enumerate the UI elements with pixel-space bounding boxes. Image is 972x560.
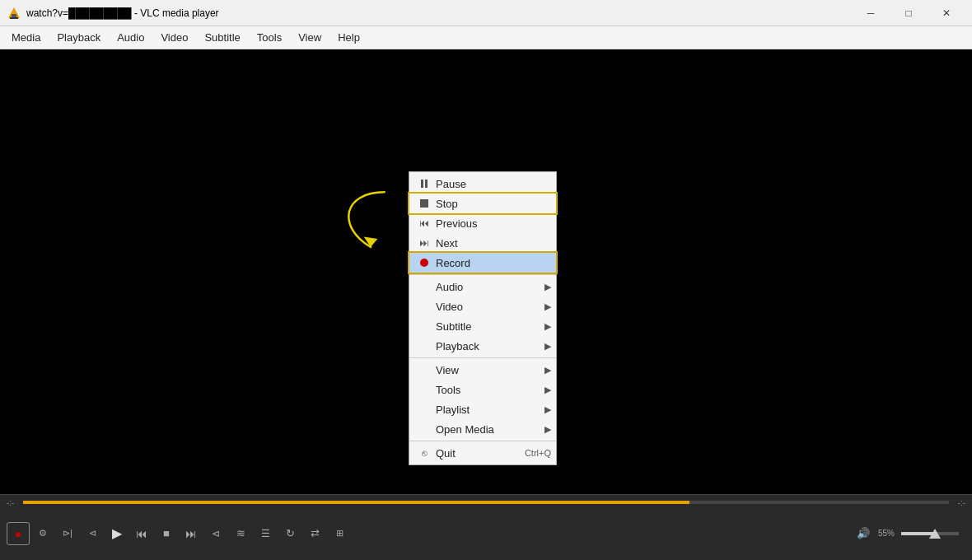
ctx-tools-label: Tools [436, 384, 460, 396]
ctx-previous-label: Previous [436, 217, 478, 230]
shuffle-button[interactable]: ⇄ [303, 522, 326, 545]
volume-area: 🔊 55% [852, 522, 959, 545]
ctx-record[interactable]: Record [409, 253, 556, 273]
ctx-pause[interactable]: Pause [409, 174, 556, 194]
volume-slider[interactable] [901, 532, 959, 535]
volume-thumb [929, 529, 941, 539]
playlist-btn[interactable]: ☰ [254, 522, 277, 545]
ctx-subtitle[interactable]: Subtitle ▶ [409, 316, 556, 336]
menu-view[interactable]: View [290, 28, 329, 47]
frame-step-btn[interactable]: ⊳| [56, 522, 79, 545]
pause-icon [416, 180, 432, 188]
record-dot-icon: ● [15, 527, 21, 540]
window-title: watch?v=█████████ - VLC media player [26, 7, 852, 19]
ctx-quit-label: Quit [436, 447, 456, 460]
ctx-pause-label: Pause [436, 178, 466, 190]
next-button[interactable]: ⏭ [180, 522, 203, 545]
menu-video[interactable]: Video [152, 28, 196, 47]
separator-1 [409, 274, 556, 275]
slow-btn[interactable]: ⊲ [204, 522, 227, 545]
svg-rect-2 [10, 17, 18, 19]
ctx-quit-shortcut: Ctrl+Q [525, 448, 551, 458]
menu-media[interactable]: Media [3, 28, 49, 47]
ctx-playback-label: Playback [436, 340, 479, 352]
next-icon: ⏭ [416, 237, 432, 249]
ctx-playback[interactable]: Playback ▶ [409, 336, 556, 356]
view-arrow: ▶ [544, 365, 551, 376]
quit-icon: ⎋ [416, 448, 432, 458]
video-arrow: ▶ [544, 301, 551, 312]
volume-icon[interactable]: 🔊 [852, 522, 875, 545]
time-indicator-left: -:- [7, 498, 23, 507]
separator-2 [409, 357, 556, 358]
playback-arrow: ▶ [544, 341, 551, 352]
ctx-video[interactable]: Video ▶ [409, 296, 556, 316]
volume-fill [901, 532, 933, 535]
ctx-playlist[interactable]: Playlist ▶ [409, 399, 556, 419]
separator-3 [409, 441, 556, 441]
record-icon [416, 259, 432, 267]
menu-tools[interactable]: Tools [249, 28, 290, 47]
unknown-btn2[interactable]: ⊲ [81, 522, 104, 545]
unknown-btn1[interactable]: ⚙ [31, 522, 54, 545]
ctx-playlist-label: Playlist [436, 404, 470, 416]
svg-marker-3 [364, 237, 378, 248]
teletext-button[interactable]: ⊞ [328, 522, 351, 545]
ctx-open-media[interactable]: Open Media ▶ [409, 419, 556, 439]
titlebar: watch?v=█████████ - VLC media player ─ □… [0, 0, 972, 26]
stop-icon [416, 199, 432, 208]
menu-playback[interactable]: Playback [49, 28, 109, 47]
ctx-subtitle-label: Subtitle [436, 320, 471, 333]
menubar: Media Playback Audio Video Subtitle Tool… [0, 26, 972, 49]
ctx-previous[interactable]: ⏮ Previous [409, 213, 556, 233]
volume-percent: 55% [878, 529, 895, 538]
context-menu: Pause Stop ⏮ Previous ⏭ Next [409, 171, 557, 465]
playlist-arrow: ▶ [544, 404, 551, 415]
equalizer-button[interactable]: ≋ [229, 522, 252, 545]
tools-arrow: ▶ [544, 385, 551, 395]
progress-track[interactable] [23, 501, 949, 504]
subtitle-arrow: ▶ [544, 321, 551, 332]
stop-button[interactable]: ■ [155, 522, 178, 545]
close-button[interactable]: ✕ [928, 0, 965, 26]
ctx-next-label: Next [436, 237, 458, 250]
ctx-record-label: Record [436, 257, 470, 269]
progress-fill [23, 501, 689, 504]
ctx-open-media-label: Open Media [436, 423, 494, 436]
ctx-next[interactable]: ⏭ Next [409, 233, 556, 253]
controls-row: ● ⚙ ⊳| ⊲ ▶ ⏮ ■ ⏭ ⊲ ≋ ☰ ↻ ⇄ ⊞ 🔊 55% [0, 506, 972, 560]
svg-rect-1 [12, 14, 16, 17]
ctx-audio[interactable]: Audio ▶ [409, 277, 556, 296]
arrow-annotation [329, 185, 412, 268]
ctx-audio-label: Audio [436, 281, 463, 293]
video-area: Pause Stop ⏮ Previous ⏭ Next [0, 49, 972, 494]
ctx-video-label: Video [436, 301, 463, 313]
menu-subtitle[interactable]: Subtitle [196, 28, 248, 47]
audio-arrow: ▶ [544, 282, 551, 292]
ctx-view-label: View [436, 364, 459, 376]
record-button[interactable]: ● [7, 522, 30, 545]
ctx-quit[interactable]: ⎋ Quit Ctrl+Q [409, 443, 556, 463]
menu-audio[interactable]: Audio [109, 28, 152, 47]
minimize-button[interactable]: ─ [852, 0, 890, 26]
window-controls: ─ □ ✕ [852, 0, 965, 26]
time-indicator-right: -:- [949, 498, 965, 507]
ctx-stop-label: Stop [436, 198, 458, 210]
ctx-view[interactable]: View ▶ [409, 360, 556, 380]
prev-icon: ⏮ [416, 217, 432, 229]
controls-area: -:- -:- ● ⚙ ⊳| ⊲ ▶ ⏮ ■ ⏭ ⊲ ≋ ☰ ↻ ⇄ ⊞ 🔊 5… [0, 494, 972, 560]
play-button[interactable]: ▶ [105, 522, 129, 545]
ctx-tools[interactable]: Tools ▶ [409, 380, 556, 399]
maximize-button[interactable]: □ [890, 0, 928, 26]
menu-help[interactable]: Help [329, 28, 368, 47]
loop-button[interactable]: ↻ [278, 522, 301, 545]
app-icon [7, 6, 21, 21]
ctx-stop[interactable]: Stop [409, 194, 556, 213]
open-media-arrow: ▶ [544, 424, 551, 435]
prev-button[interactable]: ⏮ [130, 522, 153, 545]
